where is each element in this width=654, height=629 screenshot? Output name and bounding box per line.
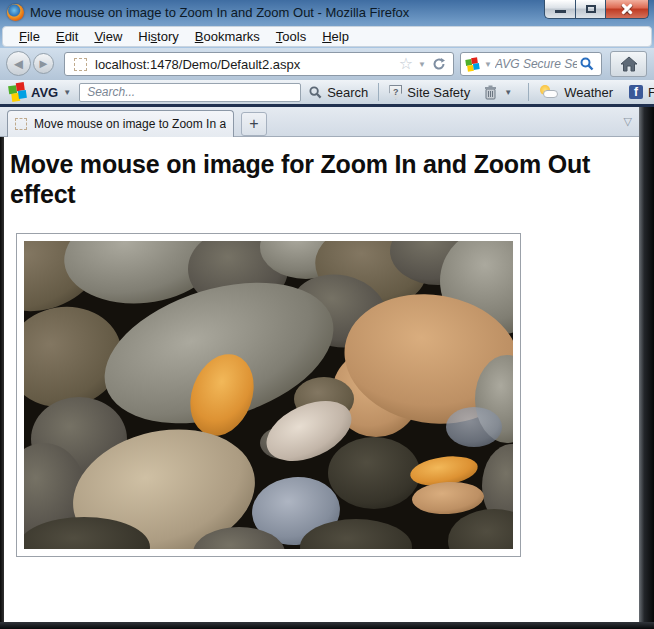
firefox-icon — [7, 4, 24, 21]
zoom-image-frame[interactable] — [16, 233, 521, 557]
trash-icon — [484, 85, 497, 100]
avg-logo-icon[interactable] — [465, 57, 480, 72]
search-input[interactable]: AVG Secure Sear — [495, 57, 577, 71]
minimize-button[interactable] — [544, 0, 575, 19]
window-title: Move mouse on image to Zoom In and Zoom … — [30, 5, 409, 20]
avg-magnifier-icon — [309, 86, 322, 99]
avg-logo-dropdown-icon[interactable]: ▼ — [63, 88, 71, 97]
toolbar-separator — [378, 83, 379, 101]
tab-bar: Move mouse on image to Zoom In and ... +… — [0, 107, 654, 137]
facebook-icon: f — [629, 85, 643, 99]
facebook-label: Faceb — [648, 85, 654, 100]
weather-label: Weather — [564, 85, 613, 100]
reload-icon[interactable] — [432, 57, 446, 71]
search-magnifier-icon[interactable] — [580, 57, 594, 71]
maximize-icon — [586, 5, 596, 13]
avg-search-placeholder: Search... — [87, 85, 300, 99]
weather-button[interactable]: Weather — [531, 85, 621, 100]
search-engine-dropdown-icon[interactable]: ▼ — [484, 60, 492, 69]
tab-label: Move mouse on image to Zoom In and ... — [34, 117, 226, 131]
window-bottom-border — [0, 622, 654, 629]
weather-icon — [539, 85, 559, 99]
do-not-track-button[interactable]: ▼ — [478, 85, 526, 100]
trash-dropdown-icon: ▼ — [504, 88, 512, 97]
forward-button[interactable]: ► — [33, 53, 54, 74]
menu-history[interactable]: History — [130, 28, 186, 45]
title-bar: Move mouse on image to Zoom In and Zoom … — [0, 0, 654, 48]
bookmark-star-icon[interactable]: ☆ — [399, 56, 413, 72]
browser-window: Move mouse on image to Zoom In and Zoom … — [0, 0, 654, 629]
menu-view[interactable]: View — [86, 28, 130, 45]
url-text[interactable]: localhost:1478/Demo/Default2.aspx — [95, 57, 397, 72]
active-tab[interactable]: Move mouse on image to Zoom In and ... — [7, 110, 234, 137]
avg-toolbar: AVG ▼ Search... Search ? Site Safety ▼ W… — [0, 80, 654, 104]
menu-bookmarks[interactable]: Bookmarks — [187, 28, 268, 45]
back-button[interactable]: ◄ — [6, 51, 31, 76]
pebbles-photo[interactable] — [24, 241, 513, 549]
avg-search-button[interactable]: Search — [301, 85, 376, 100]
url-bar[interactable]: localhost:1478/Demo/Default2.aspx ☆ ▼ — [64, 52, 454, 76]
browser-search-box[interactable]: ▼ AVG Secure Sear — [460, 52, 602, 76]
close-button[interactable] — [606, 0, 649, 19]
tab-favicon-placeholder-icon — [15, 118, 27, 130]
home-icon — [620, 56, 638, 72]
avg-logo-label[interactable]: AVG — [31, 85, 58, 100]
window-controls — [544, 0, 649, 19]
menu-file[interactable]: File — [11, 28, 48, 45]
site-safety-label: Site Safety — [407, 85, 470, 100]
maximize-button[interactable] — [575, 0, 606, 19]
new-tab-button[interactable]: + — [241, 112, 267, 136]
tab-list-dropdown-icon[interactable]: ▽ — [624, 116, 632, 127]
url-dropdown-icon[interactable]: ▼ — [418, 60, 426, 69]
home-button[interactable] — [610, 51, 647, 77]
page-favicon-placeholder-icon — [74, 58, 87, 71]
page-content: Move mouse on image for Zoom In and Zoom… — [0, 137, 654, 622]
page-title: Move mouse on image for Zoom In and Zoom… — [10, 149, 610, 209]
navigation-toolbar: ◄ ► localhost:1478/Demo/Default2.aspx ☆ … — [0, 48, 654, 80]
menu-edit[interactable]: Edit — [48, 28, 86, 45]
menu-tools[interactable]: Tools — [268, 28, 314, 45]
toolbar-separator — [528, 83, 529, 101]
menu-help[interactable]: Help — [314, 28, 357, 45]
window-right-border — [639, 107, 654, 629]
menu-bar: File Edit View History Bookmarks Tools H… — [2, 26, 652, 47]
site-safety-shield-icon: ? — [389, 85, 402, 100]
minimize-icon — [555, 10, 566, 13]
avg-search-button-label: Search — [327, 85, 368, 100]
avg-toolbar-logo-icon[interactable] — [8, 82, 28, 102]
facebook-button[interactable]: f Faceb — [621, 85, 654, 100]
close-icon — [621, 3, 634, 16]
site-safety-button[interactable]: ? Site Safety — [381, 85, 478, 100]
window-left-border — [0, 137, 4, 629]
avg-search-input[interactable]: Search... — [79, 83, 301, 102]
